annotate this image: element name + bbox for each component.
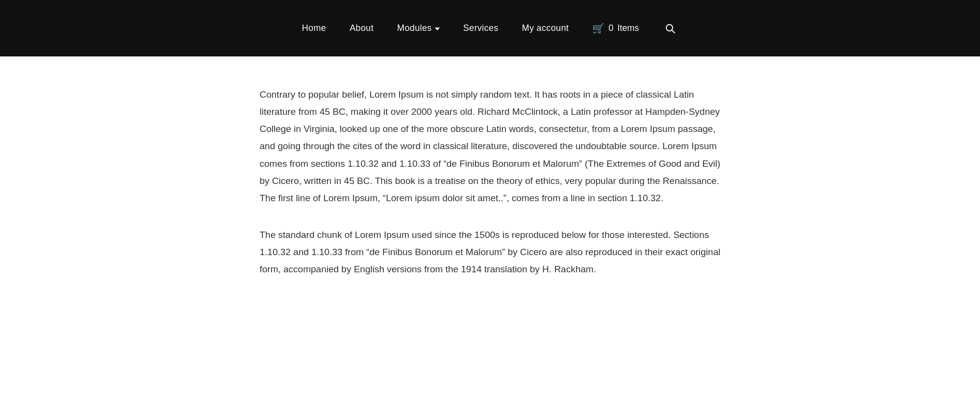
- search-icon: [665, 24, 675, 33]
- nav-item-services[interactable]: Services: [463, 23, 499, 33]
- cart-area[interactable]: 🛒 0 Items: [592, 23, 639, 34]
- cart-icon: 🛒: [592, 23, 604, 34]
- site-header: Home About Modules Services My account 🛒…: [0, 0, 980, 56]
- nav-item-home[interactable]: Home: [302, 23, 326, 33]
- chevron-down-icon: [435, 27, 440, 30]
- svg-line-1: [672, 30, 675, 33]
- nav-item-my-account[interactable]: My account: [522, 23, 569, 33]
- cart-items-label: Items: [617, 23, 639, 33]
- modules-label: Modules: [397, 23, 432, 33]
- nav-item-about[interactable]: About: [350, 23, 374, 33]
- search-button[interactable]: [662, 21, 678, 36]
- nav-item-modules[interactable]: Modules: [397, 23, 440, 33]
- paragraph-2: The standard chunk of Lorem Ipsum used s…: [260, 226, 721, 278]
- paragraph-1: Contrary to popular belief, Lorem Ipsum …: [260, 86, 721, 207]
- main-content: Contrary to popular belief, Lorem Ipsum …: [181, 56, 799, 337]
- main-nav: Home About Modules Services My account 🛒…: [302, 21, 678, 36]
- cart-count: 0: [608, 23, 613, 33]
